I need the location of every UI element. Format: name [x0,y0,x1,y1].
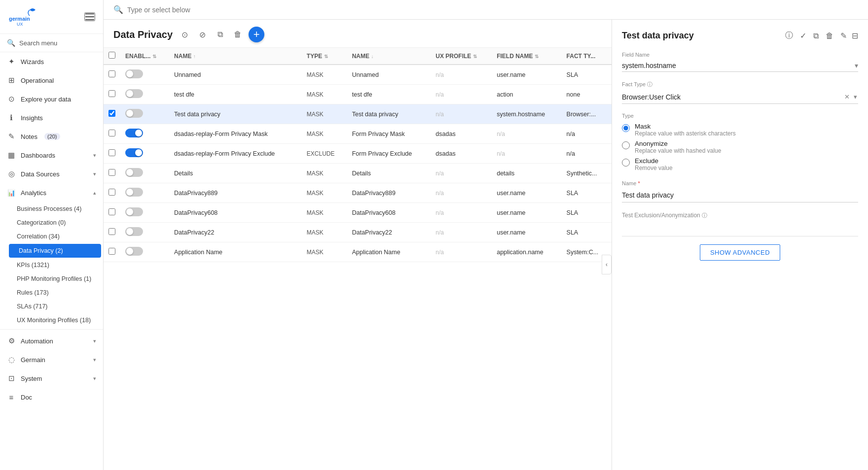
ux-profile-cell: n/a [431,203,492,223]
add-btn[interactable]: + [249,27,264,42]
enabled-toggle[interactable] [125,109,143,118]
sub-item-label: Categorization (0) [17,219,66,226]
select-all-checkbox[interactable] [108,52,115,59]
sidebar-item-doc[interactable]: ≡ Doc [0,388,103,406]
table-row[interactable]: Unnamed MASK Unnamed n/a user.name SLA [104,65,612,85]
row-checkbox[interactable] [108,208,115,215]
fact-type-value: n/a [567,131,575,137]
collapse-panel-btn[interactable]: ‹ [602,255,612,274]
table-row[interactable]: dsadas-replay-Form Privacy Exclude EXCLU… [104,144,612,164]
table-row[interactable]: Test data privacy MASK Test data privacy… [104,104,612,124]
sidebar-item-slas[interactable]: SLAs (717) [7,300,103,313]
row-checkbox[interactable] [108,189,115,196]
ux-profile-col-header[interactable]: UX PROFILE ⇅ [431,48,492,65]
sidebar-item-insights[interactable]: ℹ Insights [0,108,103,127]
row-checkbox[interactable] [108,110,115,117]
table-row[interactable]: Application Name MASK Application Name n… [104,242,612,262]
sidebar-item-rules[interactable]: Rules (173) [7,286,103,300]
sidebar-item-kpis[interactable]: KPIs (1321) [7,258,103,272]
detail-minimize-btn[interactable]: ⊟ [852,30,858,42]
delete-btn[interactable]: 🗑 [231,28,245,41]
hamburger-menu[interactable] [84,12,95,21]
select-all-col[interactable] [104,48,120,65]
anonymize-label: Anonymize [635,140,721,147]
sidebar-item-categorization[interactable]: Categorization (0) [7,216,103,230]
sidebar-item-dashboards[interactable]: ▦ Dashboards ▾ [0,146,103,165]
row-checkbox[interactable] [108,130,115,136]
field-name-cell: user.name [492,183,561,203]
enabled-toggle[interactable] [125,69,143,78]
dashboards-icon: ▦ [7,151,16,160]
fact-type-col-header[interactable]: FACT TY... [562,48,612,65]
detail-edit-btn[interactable]: ✎ [838,30,849,42]
table-row[interactable]: dsadas-replay-Form Privacy Mask MASK For… [104,124,612,144]
enabled-toggle[interactable] [125,207,143,216]
sidebar-item-operational[interactable]: ⊞ Operational [0,71,103,90]
sidebar-item-correlation[interactable]: Correlation (34) [7,230,103,243]
fact-type-clear-btn[interactable]: ✕ [843,92,851,101]
detail-copy-btn[interactable]: ⧉ [811,30,821,42]
enabled-toggle[interactable] [125,168,143,177]
table-row[interactable]: DataPrivacy889 MASK DataPrivacy889 n/a u… [104,183,612,203]
table-row[interactable]: Details MASK Details n/a details Synthet… [104,164,612,183]
detail-check-btn[interactable]: ✓ [798,30,808,42]
ban-btn[interactable]: ⊘ [195,28,209,41]
sidebar-item-automation[interactable]: ⚙ Automation ▾ [0,332,103,350]
name-col-header[interactable]: NAME ↑ [169,48,302,65]
sidebar-item-data-privacy[interactable]: Data Privacy (2) [9,244,101,258]
sidebar-item-wizards[interactable]: ✦ Wizards [0,52,103,71]
fact-type-info-icon[interactable]: ⓘ [647,81,652,87]
field-name-input[interactable] [622,62,855,69]
sidebar-item-business-processes[interactable]: Business Processes (4) [7,202,103,216]
sidebar-item-system[interactable]: ⊡ System ▾ [0,369,103,388]
enabled-col-header[interactable]: ENABL... ⇅ [120,48,169,65]
fact-type-dropdown-btn[interactable]: ▾ [853,92,858,101]
sidebar-item-germain[interactable]: ◌ Germain ▾ [0,350,103,369]
field-name-col-header[interactable]: FIELD NAME ⇅ [492,48,561,65]
enabled-toggle[interactable] [125,129,143,137]
row-checkbox[interactable] [108,228,115,235]
fact-type-value: SLA [567,229,579,236]
mask-radio[interactable] [622,124,630,132]
detail-delete-btn[interactable]: 🗑 [824,30,835,42]
enabled-toggle[interactable] [125,89,143,98]
row-name2: Test data privacy [352,111,398,118]
search-bar-input[interactable] [127,6,858,14]
type-col-header[interactable]: TYPE ⇅ [302,48,347,65]
sidebar-item-notes[interactable]: ✎ Notes (20) [0,127,103,146]
exclude-radio[interactable] [622,159,630,167]
detail-info-btn[interactable]: ⓘ [783,30,795,42]
name-field [622,188,858,202]
row-checkbox[interactable] [108,169,115,176]
analytics-icon: 📊 [7,188,16,197]
table-row[interactable]: test dfe MASK test dfe n/a action none [104,85,612,104]
sidebar-item-ux-monitoring[interactable]: UX Monitoring Profiles (18) [7,313,103,327]
enabled-toggle[interactable] [125,227,143,236]
show-advanced-button[interactable]: SHOW ADVANCED [700,244,780,261]
field-name-dropdown-btn[interactable]: ▾ [855,62,858,69]
check-circle-btn[interactable]: ⊙ [178,28,191,41]
sidebar-item-data-sources[interactable]: ◎ Data Sources ▾ [0,165,103,183]
row-checkbox[interactable] [108,248,115,255]
name2-col-header[interactable]: NAME ↓ [347,48,431,65]
enabled-cell [120,104,169,124]
table-row[interactable]: DataPrivacy608 MASK DataPrivacy608 n/a u… [104,203,612,223]
anonymize-radio[interactable] [622,141,630,149]
sidebar-item-analytics[interactable]: 📊 Analytics ▴ [0,183,103,202]
copy-btn[interactable]: ⧉ [213,28,227,41]
sidebar-item-explore[interactable]: ⊙ Explore your data [0,90,103,108]
sidebar-item-php-monitoring[interactable]: PHP Monitoring Profiles (1) [7,272,103,286]
row-checkbox[interactable] [108,70,115,77]
row-checkbox[interactable] [108,149,115,156]
enabled-toggle[interactable] [125,148,143,157]
name-input[interactable] [622,191,858,199]
table-row[interactable]: DataPrivacy22 MASK DataPrivacy22 n/a use… [104,223,612,242]
fact-type-cell: Browser:... [562,104,612,124]
test-exclusion-info-icon[interactable]: ⓘ [702,212,707,218]
row-name2: DataPrivacy889 [352,190,396,197]
enabled-toggle[interactable] [125,247,143,256]
row-checkbox[interactable] [108,90,115,97]
search-menu-item[interactable]: 🔍 Search menu [0,34,103,52]
enabled-toggle[interactable] [125,188,143,197]
table-wrapper: ENABL... ⇅ NAME ↑ TYPE ⇅ NAME ↓ UX PROFI… [104,48,612,470]
